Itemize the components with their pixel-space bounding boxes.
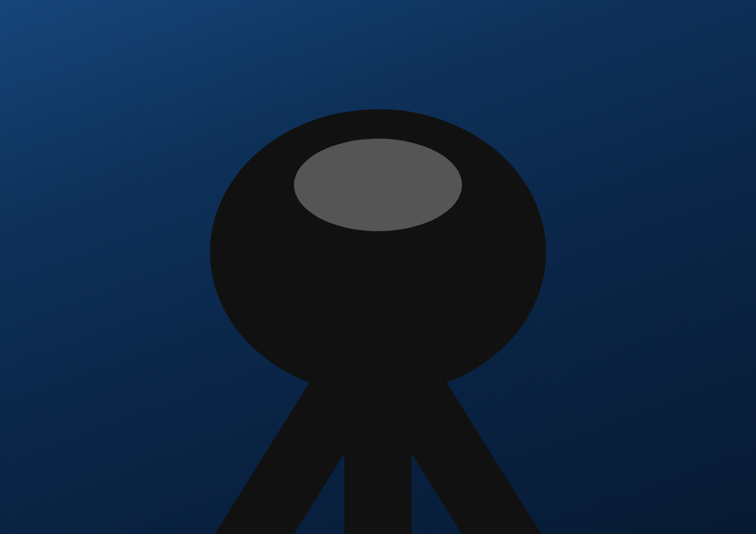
spyder-logo-icon: [0, 0, 756, 534]
spyder4elite-window: Spyder4Elite 4.5.4 ✕ GamutTone ResponseB…: [0, 0, 756, 534]
desktop-taskbar-strip: [0, 521, 756, 534]
titlebar: Spyder4Elite 4.5.4 ✕: [0, 0, 756, 534]
